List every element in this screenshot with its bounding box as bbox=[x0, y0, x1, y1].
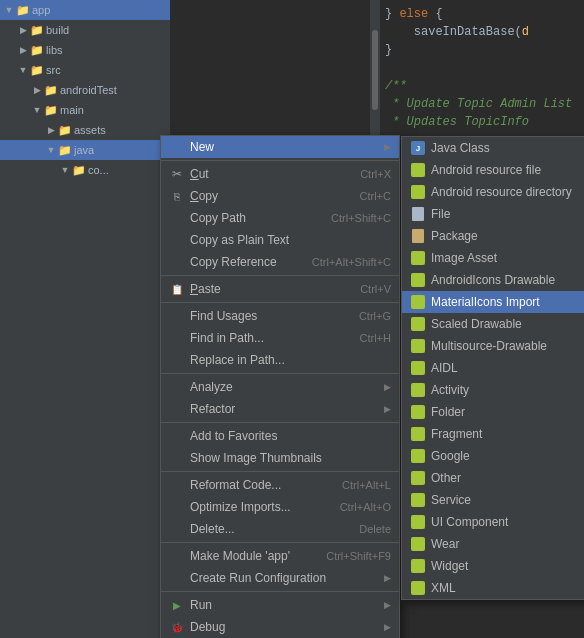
tree-item-libs[interactable]: ▶ 📁 libs bbox=[0, 40, 170, 60]
folder-icon: 📁 bbox=[30, 44, 44, 56]
menu-separator-4 bbox=[161, 373, 399, 374]
menu-item-find-usages-label: Find Usages bbox=[190, 309, 339, 323]
menu-item-copy-ref-label: Copy Reference bbox=[190, 255, 292, 269]
menu-item-optimize[interactable]: Optimize Imports... Ctrl+Alt+O bbox=[161, 496, 399, 518]
submenu-item-aidl[interactable]: AIDL bbox=[402, 357, 584, 379]
paste-shortcut: Ctrl+V bbox=[360, 283, 391, 295]
create-run-icon bbox=[169, 570, 185, 586]
menu-item-create-run-label: Create Run Configuration bbox=[190, 571, 379, 585]
expand-arrow: ▼ bbox=[2, 3, 16, 17]
menu-item-thumbnails[interactable]: Show Image Thumbnails bbox=[161, 447, 399, 469]
submenu-item-google[interactable]: Google ▶ bbox=[402, 445, 584, 467]
menu-item-reformat[interactable]: Reformat Code... Ctrl+Alt+L bbox=[161, 474, 399, 496]
tree-item-assets[interactable]: ▶ 📁 assets bbox=[0, 120, 170, 140]
copy-ref-shortcut: Ctrl+Alt+Shift+C bbox=[312, 256, 391, 268]
submenu-item-file[interactable]: File bbox=[402, 203, 584, 225]
menu-separator-5 bbox=[161, 422, 399, 423]
menu-item-copy-path[interactable]: Copy Path Ctrl+Shift+C bbox=[161, 207, 399, 229]
refactor-icon bbox=[169, 401, 185, 417]
menu-separator-7 bbox=[161, 542, 399, 543]
menu-item-analyze-label: Analyze bbox=[190, 380, 379, 394]
wear-icon bbox=[410, 536, 426, 552]
submenu-item-package[interactable]: Package bbox=[402, 225, 584, 247]
submenu-item-widget[interactable]: Widget ▶ bbox=[402, 555, 584, 577]
image-asset-icon bbox=[410, 250, 426, 266]
submenu-item-scaled-drawable[interactable]: Scaled Drawable bbox=[402, 313, 584, 335]
java-class-icon: J bbox=[410, 140, 426, 156]
reformat-icon bbox=[169, 477, 185, 493]
submenu-label: Package bbox=[431, 229, 478, 243]
folder-icon: 📁 bbox=[30, 64, 44, 76]
tree-item-co[interactable]: ▼ 📁 co... bbox=[0, 160, 170, 180]
menu-item-copy-plain[interactable]: Copy as Plain Text bbox=[161, 229, 399, 251]
submenu-item-ui-component[interactable]: UI Component ▶ bbox=[402, 511, 584, 533]
expand-arrow: ▶ bbox=[30, 83, 44, 97]
menu-item-find-path[interactable]: Find in Path... Ctrl+H bbox=[161, 327, 399, 349]
tree-item-app[interactable]: ▼ 📁 app bbox=[0, 0, 170, 20]
find-usages-icon bbox=[169, 308, 185, 324]
submenu-item-service[interactable]: Service ▶ bbox=[402, 489, 584, 511]
tree-item-main[interactable]: ▼ 📁 main bbox=[0, 100, 170, 120]
tree-item-src[interactable]: ▼ 📁 src bbox=[0, 60, 170, 80]
menu-item-cut[interactable]: Cut Ctrl+X bbox=[161, 163, 399, 185]
submenu-item-android-resource-file[interactable]: Android resource file bbox=[402, 159, 584, 181]
menu-item-run[interactable]: ▶ Run ▶ bbox=[161, 594, 399, 616]
scrollbar-thumb[interactable] bbox=[372, 30, 378, 110]
submenu-label: UI Component bbox=[431, 515, 584, 529]
menu-item-delete[interactable]: Delete... Delete bbox=[161, 518, 399, 540]
menu-item-find-usages[interactable]: Find Usages Ctrl+G bbox=[161, 305, 399, 327]
submenu-item-java-class[interactable]: J Java Class bbox=[402, 137, 584, 159]
submenu-item-multisource[interactable]: Multisource-Drawable bbox=[402, 335, 584, 357]
run-arrow: ▶ bbox=[384, 600, 391, 610]
tree-item-java[interactable]: ▼ 📁 java bbox=[0, 140, 170, 160]
menu-item-optimize-label: Optimize Imports... bbox=[190, 500, 320, 514]
submenu-item-xml[interactable]: XML ▶ bbox=[402, 577, 584, 599]
tree-item-build[interactable]: ▶ 📁 build bbox=[0, 20, 170, 40]
menu-separator-6 bbox=[161, 471, 399, 472]
menu-item-create-run[interactable]: Create Run Configuration ▶ bbox=[161, 567, 399, 589]
folder-icon: 📁 bbox=[58, 144, 72, 156]
menu-item-paste[interactable]: 📋 Paste Ctrl+V bbox=[161, 278, 399, 300]
menu-item-replace-path[interactable]: Replace in Path... bbox=[161, 349, 399, 371]
submenu-label: File bbox=[431, 207, 450, 221]
create-run-arrow: ▶ bbox=[384, 573, 391, 583]
submenu-item-other[interactable]: Other ▶ bbox=[402, 467, 584, 489]
copy-icon: ⎘ bbox=[169, 188, 185, 204]
cut-shortcut: Ctrl+X bbox=[360, 168, 391, 180]
copy-ref-icon bbox=[169, 254, 185, 270]
scissors-icon bbox=[169, 166, 185, 182]
menu-item-analyze[interactable]: Analyze ▶ bbox=[161, 376, 399, 398]
menu-item-make-module[interactable]: Make Module 'app' Ctrl+Shift+F9 bbox=[161, 545, 399, 567]
submenu-item-fragment[interactable]: Fragment ▶ bbox=[402, 423, 584, 445]
menu-item-refactor[interactable]: Refactor ▶ bbox=[161, 398, 399, 420]
menu-item-copy-ref[interactable]: Copy Reference Ctrl+Alt+Shift+C bbox=[161, 251, 399, 273]
submenu-label: Fragment bbox=[431, 427, 584, 441]
make-module-shortcut: Ctrl+Shift+F9 bbox=[326, 550, 391, 562]
submenu-item-activity[interactable]: Activity ▶ bbox=[402, 379, 584, 401]
find-usages-shortcut: Ctrl+G bbox=[359, 310, 391, 322]
submenu-item-folder[interactable]: Folder bbox=[402, 401, 584, 423]
submenu-label: Scaled Drawable bbox=[431, 317, 522, 331]
menu-item-copy[interactable]: ⎘ Copy Ctrl+C bbox=[161, 185, 399, 207]
menu-item-debug[interactable]: 🐞 Debug ▶ bbox=[161, 616, 399, 638]
submenu-item-image-asset[interactable]: Image Asset bbox=[402, 247, 584, 269]
submenu-item-androidicons[interactable]: AndroidIcons Drawable bbox=[402, 269, 584, 291]
folder-icon: 📁 bbox=[44, 84, 58, 96]
tree-item-androidtest[interactable]: ▶ 📁 androidTest bbox=[0, 80, 170, 100]
menu-separator-8 bbox=[161, 591, 399, 592]
delete-shortcut: Delete bbox=[359, 523, 391, 535]
submenu-item-android-resource-dir[interactable]: Android resource directory bbox=[402, 181, 584, 203]
menu-item-new[interactable]: New ▶ J Java Class Android resource file bbox=[161, 136, 399, 158]
folder-icon: 📁 bbox=[30, 24, 44, 36]
menu-item-add-favorites[interactable]: Add to Favorites bbox=[161, 425, 399, 447]
androidicons-icon bbox=[410, 272, 426, 288]
submenu-item-wear[interactable]: Wear ▶ bbox=[402, 533, 584, 555]
submenu-item-materialicons[interactable]: MaterialIcons Import bbox=[402, 291, 584, 313]
folder-icon: 📁 bbox=[72, 164, 86, 176]
file-tree: ▼ 📁 app ▶ 📁 build ▶ 📁 libs ▼ 📁 src ▶ 📁 a… bbox=[0, 0, 170, 638]
ui-component-icon bbox=[410, 514, 426, 530]
submenu-label: Service bbox=[431, 493, 584, 507]
folder-icon: 📁 bbox=[58, 124, 72, 136]
tree-label: assets bbox=[74, 124, 106, 136]
submenu-label: AIDL bbox=[431, 361, 458, 375]
